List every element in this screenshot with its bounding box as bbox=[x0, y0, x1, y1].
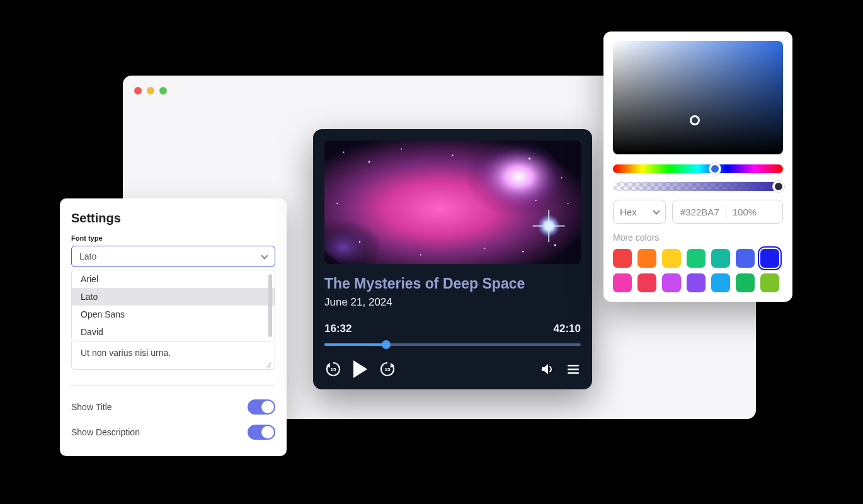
color-swatch[interactable] bbox=[613, 249, 632, 268]
color-swatch[interactable] bbox=[760, 273, 779, 292]
toggle-label: Show Description bbox=[71, 427, 140, 437]
color-swatch[interactable] bbox=[687, 249, 706, 268]
toggle-knob bbox=[261, 401, 274, 413]
color-gradient-area[interactable] bbox=[613, 41, 783, 154]
alpha-slider-knob[interactable] bbox=[773, 181, 784, 192]
swatch-grid bbox=[613, 249, 783, 292]
svg-rect-25 bbox=[568, 365, 579, 367]
hex-value: #322BA7 bbox=[680, 207, 719, 217]
svg-text:15: 15 bbox=[331, 367, 336, 372]
color-mode-select[interactable]: Hex bbox=[613, 200, 666, 224]
font-option[interactable]: Open Sans bbox=[72, 306, 275, 323]
font-option[interactable]: Lato bbox=[72, 288, 275, 306]
seek-knob[interactable] bbox=[382, 340, 391, 349]
divider bbox=[726, 205, 726, 218]
toggle-switch[interactable] bbox=[248, 399, 275, 415]
svg-point-13 bbox=[336, 203, 338, 204]
player-date: June 21, 2024 bbox=[324, 296, 581, 309]
dropdown-scrollbar[interactable] bbox=[268, 274, 272, 337]
chevron-down-icon bbox=[653, 209, 659, 215]
svg-point-9 bbox=[401, 149, 402, 150]
gradient-cursor[interactable] bbox=[690, 115, 700, 125]
settings-panel: Settings Font type Lato ArielLatoOpen Sa… bbox=[60, 198, 287, 456]
color-swatch[interactable] bbox=[760, 249, 779, 268]
description-textarea[interactable]: Ut non varius nisi urna. bbox=[71, 341, 275, 370]
volume-button[interactable] bbox=[539, 362, 554, 377]
svg-point-16 bbox=[522, 251, 523, 252]
font-type-dropdown: ArielLatoOpen SansDavid bbox=[71, 270, 275, 341]
color-swatch[interactable] bbox=[736, 249, 755, 268]
svg-point-7 bbox=[343, 152, 345, 153]
font-type-label: Font type bbox=[71, 234, 275, 242]
play-button[interactable] bbox=[353, 360, 367, 378]
svg-point-10 bbox=[452, 155, 453, 156]
svg-point-12 bbox=[561, 177, 562, 178]
more-colors-label: More colors bbox=[613, 232, 783, 243]
font-option[interactable]: Ariel bbox=[72, 270, 275, 288]
toggle-knob bbox=[261, 426, 274, 438]
seek-fill bbox=[324, 343, 386, 346]
description-textarea-text: Ut non varius nisi urna. bbox=[81, 348, 171, 358]
toggle-label: Show Title bbox=[71, 402, 112, 412]
forward-15-icon: 15 bbox=[379, 360, 396, 378]
color-picker-panel: Hex #322BA7 100% More colors bbox=[603, 32, 792, 302]
svg-rect-6 bbox=[533, 226, 565, 227]
seek-bar[interactable] bbox=[324, 340, 581, 349]
color-swatch[interactable] bbox=[711, 273, 730, 292]
settings-toggle-row: Show Title bbox=[71, 394, 275, 420]
font-option[interactable]: David bbox=[72, 323, 275, 341]
rewind-15-icon: 15 bbox=[324, 360, 342, 378]
font-type-selected-value: Lato bbox=[79, 251, 96, 261]
player-duration: 42:10 bbox=[554, 323, 581, 335]
settings-toggle-row: Show Description bbox=[71, 420, 275, 445]
alpha-slider-overlay bbox=[613, 182, 783, 191]
svg-rect-27 bbox=[568, 372, 579, 374]
svg-point-19 bbox=[554, 244, 556, 246]
color-swatch[interactable] bbox=[637, 273, 656, 292]
forward-15-button[interactable]: 15 bbox=[379, 360, 396, 378]
divider bbox=[71, 385, 275, 386]
color-swatch[interactable] bbox=[662, 273, 681, 292]
resize-grip-icon[interactable] bbox=[266, 360, 272, 367]
player-cover-image bbox=[324, 140, 581, 264]
svg-point-15 bbox=[420, 254, 421, 255]
svg-point-11 bbox=[529, 158, 530, 159]
svg-point-17 bbox=[568, 203, 569, 204]
rewind-15-button[interactable]: 15 bbox=[324, 360, 342, 378]
chevron-down-icon bbox=[261, 253, 267, 260]
color-value-input[interactable]: #322BA7 100% bbox=[672, 200, 783, 224]
font-type-select[interactable]: Lato bbox=[71, 246, 275, 267]
window-minimize-dot[interactable] bbox=[147, 87, 154, 94]
svg-text:15: 15 bbox=[385, 367, 391, 372]
window-close-dot[interactable] bbox=[134, 87, 142, 94]
svg-point-20 bbox=[535, 200, 537, 201]
color-swatch[interactable] bbox=[711, 249, 730, 268]
play-icon bbox=[353, 360, 367, 378]
settings-title: Settings bbox=[71, 211, 275, 226]
window-maximize-dot[interactable] bbox=[159, 87, 167, 94]
toggle-switch[interactable] bbox=[248, 425, 275, 440]
player-title: The Mysteries of Deep Space bbox=[324, 275, 581, 292]
color-swatch[interactable] bbox=[736, 273, 755, 292]
svg-point-14 bbox=[359, 241, 360, 243]
audio-player-card: The Mysteries of Deep Space June 21, 202… bbox=[313, 129, 592, 389]
color-mode-value: Hex bbox=[620, 207, 637, 217]
alpha-slider[interactable] bbox=[613, 182, 783, 191]
color-swatch[interactable] bbox=[687, 273, 706, 292]
hue-slider-knob[interactable] bbox=[709, 163, 721, 175]
player-current-time: 16:32 bbox=[324, 323, 351, 335]
opacity-value: 100% bbox=[733, 207, 757, 217]
svg-rect-26 bbox=[568, 369, 579, 370]
svg-point-18 bbox=[484, 248, 485, 249]
volume-icon bbox=[539, 362, 554, 377]
color-swatch[interactable] bbox=[637, 249, 656, 268]
color-swatch[interactable] bbox=[662, 249, 681, 268]
svg-point-8 bbox=[369, 161, 370, 163]
menu-button[interactable] bbox=[566, 362, 581, 377]
hue-slider[interactable] bbox=[613, 164, 783, 173]
menu-icon bbox=[566, 362, 581, 377]
player-times: 16:32 42:10 bbox=[324, 323, 581, 335]
color-swatch[interactable] bbox=[613, 273, 632, 292]
